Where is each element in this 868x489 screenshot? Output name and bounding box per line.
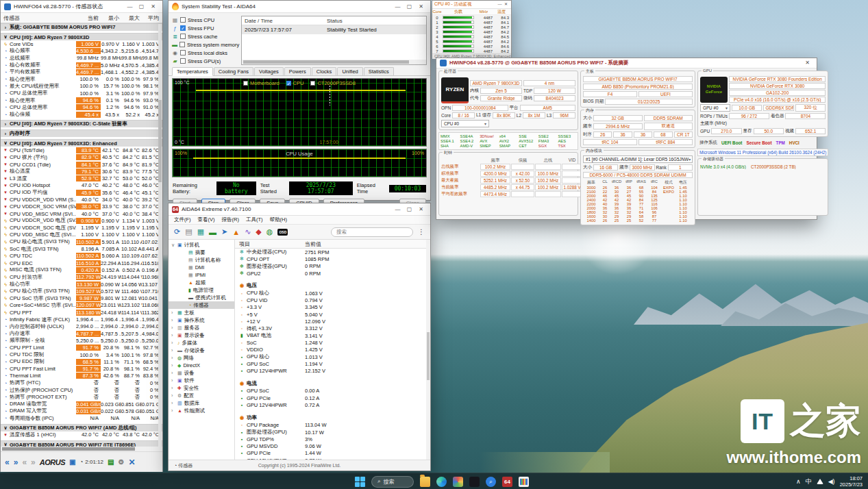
sensor-row[interactable]: ∨CPU [#0]: AMD Ryzen 7 9800X3D: Enhanced <box>1 139 162 147</box>
stress-checkbox[interactable] <box>180 58 186 64</box>
sensor-row[interactable]: ◔CPU PPT Limit 91.7 % 20.8 % 98.1 % 92.7… <box>1 344 162 351</box>
tree-expand-icon[interactable]: › <box>171 378 175 383</box>
tree-item[interactable]: › ◍ 网络 <box>169 354 234 362</box>
sensor-row[interactable]: ▾CPU (Tctl/Tdie) 83.9 °C 42.1 °C 84.8 °C… <box>1 147 162 153</box>
sensor-row[interactable]: ϟMISC 电流 (SVI3 TFN) 0.420 A 0.152 A 0.50… <box>1 266 162 273</box>
sensor-row[interactable]: ϟCPU 核心功率 (SVI3 TFN) 109.527 W 0.572 W 1… <box>1 288 162 294</box>
sensor-row[interactable]: ϟCore VIDs 1.006 V 0.970 V 1.160 V 1.003… <box>1 40 162 47</box>
stress-checkbox[interactable] <box>180 17 186 23</box>
aida64-taskbar-icon[interactable]: 64 <box>502 477 512 487</box>
ime-indicator[interactable]: 中 <box>806 477 812 486</box>
list-vscrollbar[interactable] <box>426 240 430 460</box>
tree-item[interactable]: › ✚ 安全性 <box>169 384 234 392</box>
value-row[interactable]: ▪GPU SoC 1.194 V <box>235 360 430 367</box>
tree-item[interactable]: ▬ 便携式计算机 <box>169 294 234 301</box>
tree-item[interactable]: › ▣ 显示设备 <box>169 331 234 339</box>
log-col-status[interactable]: Status <box>324 18 345 24</box>
sensor-row[interactable]: ▾CPU VDDCR_SOC VRM (SV... 38.0 °C 33.9 °… <box>1 203 162 210</box>
toolbar-icon[interactable]: ∿ <box>245 227 251 236</box>
sensor-row[interactable]: ▾CPU VDDCR_VDD VRM (S... 40.0 °C 34.0 °C… <box>1 196 162 203</box>
sensor-row[interactable]: ϟCPU PPT 113.180 W 24.418 W 114.114 W 11… <box>1 309 162 316</box>
tree-item[interactable]: › ▦ 主板 <box>169 309 234 316</box>
sensor-row[interactable]: ◔内存控制器时钟 (UCLK) 2,994.0 ... 2,994.0 ... … <box>1 323 162 330</box>
log-col-time[interactable]: Date / Time <box>242 18 324 24</box>
search-input[interactable] <box>331 227 413 237</box>
value-row[interactable]: ▪GPU 核心 1.013 V <box>235 353 430 360</box>
hwinfo-taskbar-icon[interactable] <box>519 477 529 487</box>
stress-option[interactable]: ▦ Stress CPU <box>172 16 238 24</box>
sensor-row[interactable]: ◔总线频率 99.8 MHz 99.8 MHz 99.8 MHz 99.8 MH… <box>1 55 162 62</box>
tree-item[interactable]: ∨ ▣ 计算机 <box>169 241 234 249</box>
sensor-row[interactable]: ϟCPU 核心电流 (SVI3 TFN) 110.502 A 5.901 A 1… <box>1 238 162 245</box>
log-row[interactable]: 2025/7/23 17:57:07 Stability Test Starte… <box>242 25 426 34</box>
tree-item[interactable]: ▤ 计算机名称 <box>169 256 234 264</box>
page-forward-icon[interactable]: » <box>14 457 18 467</box>
sensor-row[interactable]: ∨CPU [#0]: AMD Ryzen 7 9800X3D <box>1 33 162 40</box>
sensor-row[interactable]: ›系统: GIGABYTE B850M AORUS PRO WIFI7 <box>1 23 162 31</box>
menu-item[interactable]: 工具(T) <box>246 216 263 223</box>
close-icon[interactable]: ✕ <box>802 58 813 68</box>
sensor-row[interactable]: ◔频率限制 - 全核 5,250.0 ... 5,250.0 ... 5,250… <box>1 337 162 344</box>
sensor-row[interactable]: ϟCPU VDD_MISC 电压 (SVI... 1.100 V 1.100 V… <box>1 231 162 238</box>
tree-item[interactable]: ▮ 电源管理 <box>169 286 234 294</box>
sensor-row[interactable]: ▾核心温度 79.1 °C 30.6 °C 83.9 °C 77.5 °C <box>1 168 162 175</box>
tree-item[interactable]: ▤ 摘要 <box>169 249 234 256</box>
sensor-row[interactable]: ◔CPU EDC 限制 68.5 % 11.1 % 71.1 % 68.5 % <box>1 358 162 365</box>
sensor-row[interactable]: ◔Thermal Limit 87.3 % 42.6 % 88.7 % 83.8… <box>1 373 162 379</box>
close-icon[interactable]: ✕ <box>147 1 159 12</box>
sensor-row[interactable]: ϟCPU VDDCR_SOC 电压 (SV... 1.195 V 1.195 V… <box>1 225 162 231</box>
toolbar-icon[interactable]: ▦ <box>197 227 204 236</box>
report-icon[interactable]: ▤ <box>108 458 114 466</box>
value-row[interactable]: ◦+3.3 V 3.345 V <box>235 304 430 311</box>
minimize-icon[interactable]: — <box>124 1 136 12</box>
value-row[interactable]: ▪GPU PCIe 1.44 W <box>235 450 430 457</box>
sensor-row[interactable]: ◔热调节 (HTC) 否 否 否 0 % <box>1 379 162 386</box>
monitor-icon[interactable]: ▣ <box>69 458 75 466</box>
legend-checkbox[interactable] <box>310 81 315 86</box>
toolbar-icon[interactable]: ◍ <box>266 227 273 236</box>
sensor-row[interactable]: ◔CPU PPT Fast Limit 91.7 % 20.8 % 98.1 %… <box>1 365 162 372</box>
legend-checkbox[interactable] <box>243 81 248 86</box>
taskbar-search[interactable]: ⌕ 搜索 <box>371 476 414 488</box>
tree-item[interactable]: ▦ DMI <box>169 264 234 271</box>
tray-chevron-up-icon[interactable]: ∧ <box>796 478 801 485</box>
sst-tab[interactable]: Statistics <box>364 67 394 75</box>
value-row[interactable]: ◦VDDIO 1.425 V <box>235 347 430 353</box>
app-icon-check[interactable]: ⌕ <box>486 477 496 487</box>
value-row[interactable]: ◉功率 <box>235 414 430 422</box>
sensor-row[interactable]: ∨GIGABYTE B850M AORUS PRO WIFI7 (ITE IT8… <box>1 440 162 447</box>
sensor-row[interactable]: ▾CPU IOD 平均值 45.9 °C 35.6 °C 46.4 °C 45.… <box>1 189 162 196</box>
value-row[interactable]: ▪GPU TDP% 3% <box>235 436 430 442</box>
value-row[interactable]: ▪图形处理器(GPU) 10.17 W <box>235 429 430 436</box>
stress-option[interactable]: ◉ Stress local disks <box>172 49 238 57</box>
cpu-select[interactable]: CPU #0▾ <box>441 120 489 127</box>
sensor-row[interactable]: ϟCPU VDDCR_VDD 电压 (SV... 0.908 V 0.900 V… <box>1 217 162 224</box>
prev-icon[interactable]: « <box>22 457 27 467</box>
sensor-row[interactable]: ϟCPU TDC 110.502 A 5.060 A 110.109 A 107… <box>1 253 162 260</box>
sensor-row[interactable]: ∨GIGABYTE B850M AORUS PRO WIFI7 (AMD 总线/… <box>1 424 162 431</box>
value-row[interactable]: ◦+5 V 5.040 V <box>235 311 430 318</box>
maximize-icon[interactable]: ▢ <box>404 1 415 12</box>
value-row[interactable]: ◉电流 <box>235 379 430 388</box>
value-row[interactable]: ▮VBAT 电池 3.141 V <box>235 332 430 339</box>
sensor-row[interactable]: ◔每周期指令数 (IPC) N/A N/A N/A N/A <box>1 415 162 422</box>
sst-tab[interactable]: Temperatures <box>172 67 213 76</box>
stress-checkbox[interactable] <box>180 34 186 39</box>
maximize-icon[interactable]: ▢ <box>404 204 415 215</box>
edge-browser-icon[interactable] <box>436 477 447 487</box>
sst-tab[interactable]: Cooling Fans <box>214 67 253 75</box>
value-row[interactable]: ▪GPU 12V4HPWR 12.152 V <box>235 367 430 374</box>
value-row[interactable]: ◦CPU Package 113.04 W <box>235 422 430 429</box>
tree-item[interactable]: › ▲ 性能测试 <box>169 407 234 414</box>
sensor-row[interactable]: ▾CPU 裸片 (平均) 82.9 °C 40.5 °C 84.2 °C 81.… <box>1 154 162 161</box>
tree-expand-icon[interactable]: › <box>171 310 175 315</box>
close-icon[interactable]: ✕ <box>415 204 427 215</box>
value-row[interactable]: ◦待机 +3.3V 3.312 V <box>235 325 430 332</box>
sensor-row[interactable]: ◔核心使用率 100.0 % 0.0 % 100.0 % 97.9 % <box>1 75 162 82</box>
value-row[interactable]: ▪GPU 12V4HPWR 0.72 A <box>235 401 430 408</box>
tree-item[interactable]: › ♪ 多媒体 <box>169 339 234 347</box>
tree-expand-icon[interactable]: › <box>171 393 175 398</box>
tree-item[interactable]: › ▥ 服务器 <box>169 324 234 331</box>
sensor-row[interactable]: ▾CPU CCD1 (Tdie) 84.1 °C 37.6 °C 84.9 °C… <box>1 161 162 168</box>
tree-item[interactable]: › ◆ DirectX <box>169 362 234 369</box>
